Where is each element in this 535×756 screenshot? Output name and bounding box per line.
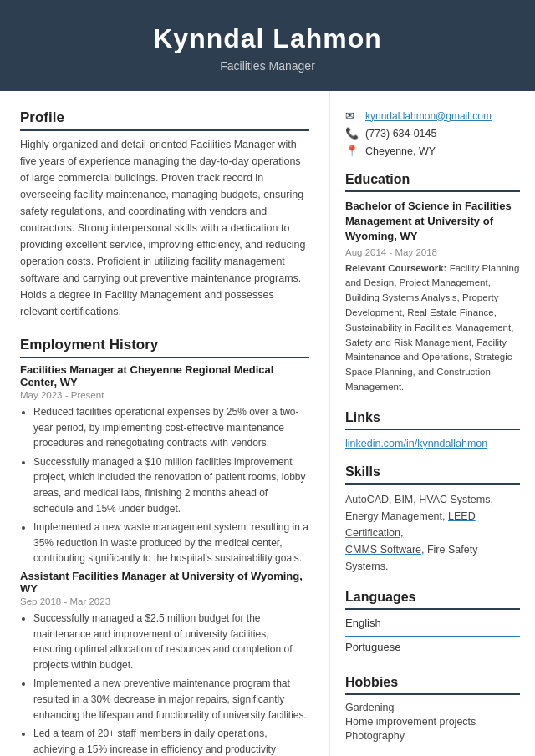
job-1-bullets: Reduced facilities operational expenses … [20,404,309,566]
phone-icon: 📞 [345,127,360,140]
education-section: Education Bachelor of Science in Facilit… [345,172,520,395]
job-2-date: Sep 2018 - Mar 2023 [20,596,309,606]
job-2-bullets: Successfully managed a $2.5 million budg… [20,611,309,756]
languages-section: Languages English Portuguese [345,590,520,660]
right-column: ✉ kynndal.lahmon@gmail.com 📞 (773) 634-0… [330,91,535,756]
skills-text: AutoCAD, BIM, HVAC Systems, Energy Manag… [345,491,520,575]
contact-section: ✉ kynndal.lahmon@gmail.com 📞 (773) 634-0… [345,109,520,157]
language-portuguese: Portuguese [345,641,520,660]
left-column: Profile Highly organized and detail-orie… [0,91,330,756]
edu-degree: Bachelor of Science in Facilities Manage… [345,199,520,245]
job-1: Facilities Manager at Cheyenne Regional … [20,363,309,566]
employment-title: Employment History [20,337,309,358]
contact-location: Cheyenne, WY [365,145,436,157]
location-icon: 📍 [345,145,360,157]
hobbies-title: Hobbies [345,675,520,695]
profile-section: Profile Highly organized and detail-orie… [20,109,309,320]
skills-title: Skills [345,464,520,485]
content-area: Profile Highly organized and detail-orie… [0,91,535,756]
contact-email-item: ✉ kynndal.lahmon@gmail.com [345,109,520,122]
contact-phone: (773) 634-0145 [365,128,436,140]
edu-courses: Relevant Coursework: Facility Planning a… [345,261,520,395]
hobby-2: Home improvement projects [345,716,520,728]
profile-title: Profile [20,109,309,131]
hobby-3: Photography [345,730,520,742]
job-1-bullet-2: Successfully managed a $10 million facil… [33,454,309,516]
hobbies-section: Hobbies Gardening Home improvement proje… [345,675,520,742]
skills-section: Skills AutoCAD, BIM, HVAC Systems, Energ… [345,464,520,575]
edu-date: Aug 2014 - May 2018 [345,247,520,257]
education-title: Education [345,172,520,192]
job-1-bullet-3: Implemented a new waste management syste… [33,520,309,566]
links-title: Links [345,410,520,430]
profile-text: Highly organized and detail-oriented Fac… [20,136,309,320]
employment-section: Employment History Facilities Manager at… [20,337,309,756]
language-english: English [345,616,520,637]
job-2-title: Assistant Facilities Manager at Universi… [20,570,309,595]
email-link[interactable]: kynndal.lahmon@gmail.com [365,110,492,122]
email-icon: ✉ [345,109,360,122]
candidate-title: Facilities Manager [17,59,518,73]
job-2: Assistant Facilities Manager at Universi… [20,570,309,756]
links-section: Links linkedin.com/in/kynndallahmon [345,410,520,449]
job-2-bullet-1: Successfully managed a $2.5 million budg… [33,611,309,672]
job-1-bullet-1: Reduced facilities operational expenses … [33,404,309,451]
candidate-name: Kynndal Lahmon [17,23,518,54]
languages-title: Languages [345,590,520,610]
hobby-1: Gardening [345,702,520,713]
linkedin-link[interactable]: linkedin.com/in/kynndallahmon [345,438,487,449]
job-1-date: May 2023 - Present [20,390,309,400]
job-2-bullet-3: Led a team of 20+ staff members in daily… [33,726,309,756]
contact-location-item: 📍 Cheyenne, WY [345,145,520,157]
resume-header: Kynndal Lahmon Facilities Manager [0,0,535,91]
contact-phone-item: 📞 (773) 634-0145 [345,127,520,140]
courses-text: Facility Planning and Design, Project Ma… [345,263,519,393]
skills-leed: LEED Certification,CMMS Software [345,510,476,556]
courses-label: Relevant Coursework: [345,263,446,273]
job-1-title: Facilities Manager at Cheyenne Regional … [20,363,309,388]
job-2-bullet-2: Implemented a new preventive maintenance… [33,676,309,723]
